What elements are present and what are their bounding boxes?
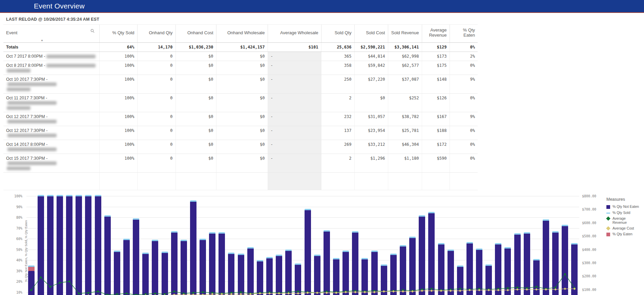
average-revenue-line-point[interactable] — [173, 290, 175, 293]
average-cost-line-point[interactable] — [373, 291, 375, 293]
cell-value[interactable]: $173 — [422, 52, 450, 61]
cell-value[interactable]: $46,304 — [388, 140, 422, 154]
column-header-event[interactable]: Event▲ — [3, 25, 99, 43]
cell-value[interactable]: $148 — [422, 75, 450, 94]
cell-value[interactable]: - — [268, 52, 321, 61]
legend-item-average-cost[interactable]: Average Cost — [606, 226, 640, 230]
column-header-sold-qty[interactable]: Sold Qty — [321, 25, 354, 43]
event-cell[interactable]: Oct 15 2017 7:30PM - — [3, 154, 99, 173]
cell-value[interactable]: $44,814 — [354, 52, 388, 61]
average-cost-line-point[interactable] — [316, 292, 318, 294]
cell-value[interactable]: 0 — [137, 94, 175, 112]
legend-item--qty-eaten[interactable]: % Qty Eaten — [606, 232, 640, 236]
event-cell[interactable]: Oct 10 2017 7:30PM - — [3, 75, 99, 94]
average-revenue-line-point[interactable] — [87, 292, 89, 294]
cell-value[interactable]: 0 — [137, 75, 175, 94]
average-cost-line-point[interactable] — [202, 294, 204, 295]
cell-value[interactable]: $0 — [175, 126, 216, 140]
average-cost-line-point[interactable] — [240, 293, 242, 295]
cell-value[interactable]: 269 — [321, 140, 354, 154]
average-cost-line-point[interactable] — [449, 290, 452, 292]
totals-value[interactable]: $101 — [268, 43, 321, 52]
cell-value[interactable]: $0 — [175, 154, 216, 173]
event-cell[interactable]: Oct 14 2017 8:00PM - — [3, 140, 99, 154]
column-header-average-revenue[interactable]: Average Revenue — [422, 25, 450, 43]
totals-value[interactable]: 64% — [99, 43, 137, 52]
average-cost-line-point[interactable] — [526, 288, 528, 291]
cell-value[interactable]: 0% — [450, 126, 478, 140]
cell-value[interactable]: 100% — [99, 52, 137, 61]
cell-value[interactable]: - — [268, 154, 321, 173]
cell-value[interactable]: 100% — [99, 94, 137, 112]
column-header--qty-sold[interactable]: % Qty Sold — [99, 25, 137, 43]
table-row[interactable]: Oct 12 2017 7:30PM -100%0$0$0-232$31,057… — [3, 112, 478, 126]
totals-label[interactable]: Totals — [3, 43, 99, 52]
average-revenue-line-point[interactable] — [97, 290, 99, 293]
totals-value[interactable]: $1,036,230 — [175, 43, 216, 52]
cell-value[interactable]: 100% — [99, 112, 137, 126]
legend-item--qty-sold[interactable]: % Qty Sold — [606, 211, 640, 215]
cell-value[interactable]: $0 — [216, 52, 268, 61]
cell-value[interactable]: $0 — [175, 94, 216, 112]
average-cost-line-point[interactable] — [497, 289, 499, 291]
average-cost-line-point[interactable] — [297, 292, 299, 295]
cell-value[interactable]: 2 — [321, 94, 354, 112]
cell-value[interactable]: $0 — [175, 75, 216, 94]
average-cost-line-point[interactable] — [430, 290, 433, 292]
column-header-onhand-qty[interactable]: Onhand Qty — [137, 25, 175, 43]
average-cost-line-point[interactable] — [382, 290, 385, 293]
cell-value[interactable]: $0 — [216, 140, 268, 154]
cell-value[interactable]: $0 — [216, 126, 268, 140]
cell-value[interactable]: 100% — [99, 61, 137, 75]
average-cost-line-point[interactable] — [230, 293, 232, 295]
totals-value[interactable]: 25,636 — [321, 43, 354, 52]
average-cost-line-point[interactable] — [535, 288, 538, 291]
table-row[interactable]: Oct 7 2017 8:00PM -100%0$0$0-365$44,814$… — [3, 52, 478, 61]
cell-value[interactable]: $0 — [216, 61, 268, 75]
event-cell[interactable]: Oct 11 2017 7:30PM - — [3, 94, 99, 112]
average-revenue-line-point[interactable] — [135, 294, 137, 295]
cell-value[interactable]: $33,212 — [354, 140, 388, 154]
column-header-average-wholesale[interactable]: Average Wholesale — [268, 25, 321, 43]
legend-item-average-revenue[interactable]: Average Revenue — [606, 216, 640, 224]
cell-value[interactable]: $0 — [216, 94, 268, 112]
average-cost-line-point[interactable] — [564, 288, 566, 290]
cell-value[interactable]: $0 — [216, 112, 268, 126]
totals-value[interactable]: 14,170 — [137, 43, 175, 52]
cell-value[interactable]: $59,842 — [354, 61, 388, 75]
totals-value[interactable]: $3,306,141 — [388, 43, 422, 52]
cell-value[interactable]: - — [268, 126, 321, 140]
event-cell[interactable]: Oct 7 2017 8:00PM - — [3, 52, 99, 61]
cell-value[interactable]: 0 — [137, 52, 175, 61]
cell-value[interactable]: 0 — [137, 61, 175, 75]
cell-value[interactable]: $175 — [422, 61, 450, 75]
event-cell[interactable]: Oct 8 2017 8:00PM - — [3, 61, 99, 75]
average-cost-line-point[interactable] — [326, 292, 328, 294]
cell-value[interactable]: - — [268, 75, 321, 94]
column-header--qty-eaten[interactable]: % Qty Eaten — [450, 25, 478, 43]
cell-value[interactable]: $167 — [422, 112, 450, 126]
cell-value[interactable]: $1,296 — [354, 154, 388, 173]
table-row[interactable]: Oct 15 2017 7:30PM -100%0$0$0-2$1,296$1,… — [3, 154, 478, 173]
cell-value[interactable]: $27,220 — [354, 75, 388, 94]
cell-value[interactable]: 9% — [450, 75, 478, 94]
average-cost-line-point[interactable] — [354, 291, 356, 293]
totals-value[interactable]: $129 — [422, 43, 450, 52]
average-revenue-line-point[interactable] — [116, 293, 118, 295]
table-row[interactable]: Oct 10 2017 7:30PM -100%0$0$0-250$27,220… — [3, 75, 478, 94]
cell-value[interactable]: $31,057 — [354, 112, 388, 126]
cell-value[interactable]: 100% — [99, 75, 137, 94]
event-cell[interactable]: Oct 12 2017 7:30PM - — [3, 112, 99, 126]
cell-value[interactable]: $23,954 — [354, 126, 388, 140]
cell-value[interactable]: $1,180 — [388, 154, 422, 173]
average-cost-line-point[interactable] — [554, 288, 557, 291]
cell-value[interactable]: - — [268, 140, 321, 154]
average-revenue-line-point[interactable] — [202, 291, 204, 293]
cell-value[interactable]: $38,782 — [388, 112, 422, 126]
cell-value[interactable]: $0 — [175, 140, 216, 154]
cell-value[interactable]: 100% — [99, 140, 137, 154]
cell-value[interactable]: $0 — [216, 75, 268, 94]
column-header-sold-cost[interactable]: Sold Cost — [354, 25, 388, 43]
cell-value[interactable]: 0 — [137, 154, 175, 173]
average-revenue-line-point[interactable] — [125, 292, 128, 295]
